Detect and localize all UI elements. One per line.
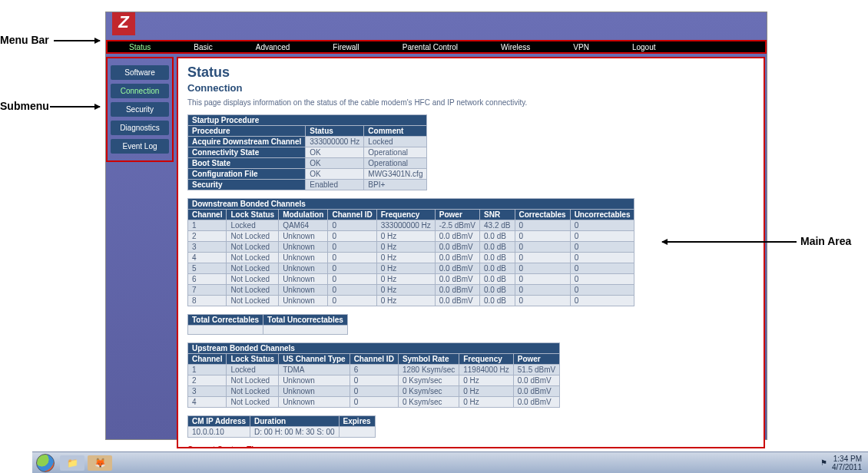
windows-orb-icon bbox=[36, 454, 55, 472]
menu-item-logout[interactable]: Logout bbox=[611, 43, 678, 51]
menu-item-status[interactable]: Status bbox=[108, 43, 172, 51]
annotation-submenu: Submenu bbox=[0, 100, 49, 112]
cm-ip-table: CM IP AddressDurationExpires10.0.0.10D: … bbox=[187, 415, 376, 438]
menu-item-advanced[interactable]: Advanced bbox=[234, 43, 311, 51]
submenu-item-software[interactable]: Software bbox=[111, 65, 169, 80]
menu-item-vpn[interactable]: VPN bbox=[552, 43, 611, 51]
page-title: Status bbox=[187, 64, 754, 81]
arrow-submenu bbox=[50, 106, 100, 108]
tray-clock[interactable]: 1:34 PM 4/7/2011 bbox=[832, 455, 862, 471]
annotation-mainarea: Main Area bbox=[800, 235, 851, 247]
arrow-mainarea bbox=[662, 241, 797, 243]
submenu-item-diagnostics[interactable]: Diagnostics bbox=[111, 121, 169, 135]
page-subtitle: Connection bbox=[187, 82, 754, 94]
totals-table: Total CorrectablesTotal Uncorrectables bbox=[187, 314, 348, 335]
arrow-menubar bbox=[54, 40, 100, 41]
system-tray: ⚑ 1:34 PM 4/7/2011 bbox=[814, 455, 868, 471]
submenu: SoftwareConnectionSecurityDiagnosticsEve… bbox=[106, 57, 174, 162]
start-button[interactable] bbox=[32, 452, 58, 474]
startup-procedure-table: Startup ProcedureProcedureStatusCommentA… bbox=[187, 114, 427, 190]
downstream-channels-table: Downstream Bonded ChannelsChannelLock St… bbox=[187, 198, 634, 306]
windows-taskbar: 📁 🦊 ⚑ 1:34 PM 4/7/2011 bbox=[32, 452, 868, 473]
submenu-item-connection[interactable]: Connection bbox=[111, 84, 169, 98]
upstream-channels-table: Upstream Bonded ChannelsChannelLock Stat… bbox=[187, 342, 560, 408]
main-area: Status Connection This page displays inf… bbox=[177, 57, 765, 448]
system-time-label: Current System Time: bbox=[187, 445, 754, 448]
brand-logo: Z bbox=[112, 12, 135, 35]
app-window: Z StatusBasicAdvancedFirewallParental Co… bbox=[105, 12, 767, 440]
submenu-item-event-log[interactable]: Event Log bbox=[111, 139, 169, 154]
submenu-item-security[interactable]: Security bbox=[111, 102, 169, 117]
menu-item-wireless[interactable]: Wireless bbox=[479, 43, 552, 51]
menu-bar: StatusBasicAdvancedFirewallParental Cont… bbox=[106, 40, 767, 54]
annotation-menubar: Menu Bar bbox=[0, 34, 49, 46]
taskbar-app-explorer[interactable]: 📁 bbox=[60, 455, 84, 471]
menu-item-firewall[interactable]: Firewall bbox=[311, 43, 380, 51]
taskbar-app-browser[interactable]: 🦊 bbox=[88, 455, 112, 471]
menu-item-parental-control[interactable]: Parental Control bbox=[381, 43, 479, 51]
menu-item-basic[interactable]: Basic bbox=[172, 43, 234, 51]
page-description: This page displays information on the st… bbox=[187, 98, 754, 107]
tray-flag-icon[interactable]: ⚑ bbox=[820, 458, 827, 467]
